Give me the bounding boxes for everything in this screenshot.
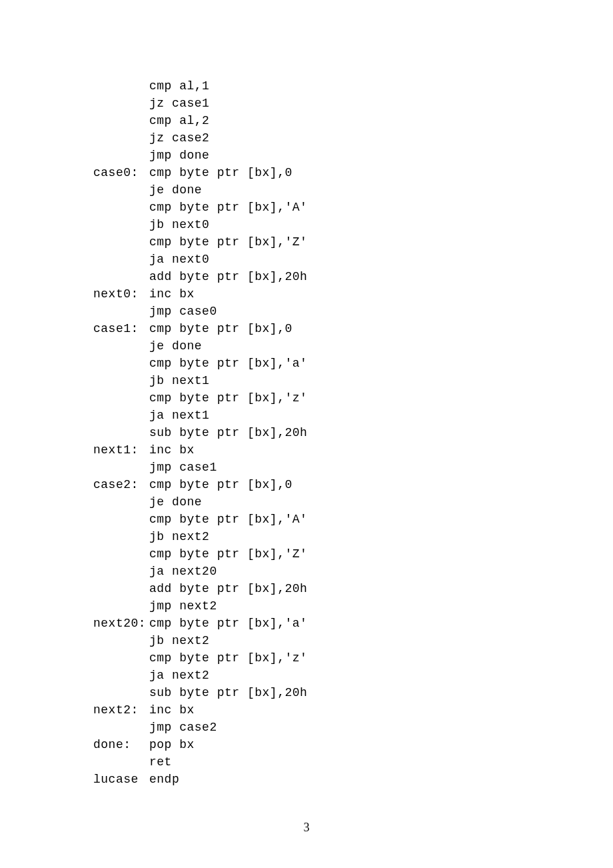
code-instruction: inc bx [149, 703, 195, 717]
code-instruction: cmp byte ptr [bx],0 [149, 166, 293, 179]
code-line: je done [93, 181, 573, 199]
code-instruction: cmp byte ptr [bx],0 [149, 322, 293, 335]
code-instruction: cmp byte ptr [bx],'Z' [149, 547, 307, 561]
code-line: jmp case2 [93, 719, 573, 736]
code-line: jb next0 [93, 216, 573, 233]
code-instruction: ja next0 [149, 253, 209, 266]
code-line: cmp byte ptr [bx],'Z' [93, 233, 573, 251]
code-line: sub byte ptr [bx],20h [93, 424, 573, 441]
code-instruction: jz case1 [149, 97, 209, 110]
code-instruction: ja next2 [149, 669, 209, 682]
code-line: case0:cmp byte ptr [bx],0 [93, 164, 573, 181]
code-line: jz case2 [93, 129, 573, 147]
code-label: case0: [93, 164, 149, 181]
code-instruction: cmp byte ptr [bx],'z' [149, 391, 307, 405]
code-line: case2:cmp byte ptr [bx],0 [93, 476, 573, 493]
code-label: done: [93, 736, 149, 753]
code-label: lucase [93, 771, 149, 788]
code-instruction: jmp case2 [149, 721, 217, 734]
code-instruction: jmp done [149, 149, 209, 162]
code-line: sub byte ptr [bx],20h [93, 684, 573, 701]
code-label: case1: [93, 320, 149, 337]
code-line: jmp next2 [93, 597, 573, 615]
code-instruction: je done [149, 495, 202, 509]
code-line: lucaseendp [93, 771, 573, 788]
code-instruction: sub byte ptr [bx],20h [149, 426, 307, 439]
code-label: next0: [93, 285, 149, 303]
code-instruction: cmp byte ptr [bx],'a' [149, 617, 307, 630]
code-instruction: cmp byte ptr [bx],'a' [149, 357, 307, 370]
code-instruction: inc bx [149, 443, 195, 457]
code-line: jmp case0 [93, 303, 573, 320]
code-line: add byte ptr [bx],20h [93, 580, 573, 597]
code-line: cmp byte ptr [bx],'z' [93, 649, 573, 667]
code-instruction: add byte ptr [bx],20h [149, 582, 307, 595]
code-listing: cmp al,1jz case1cmp al,2jz case2jmp done… [0, 0, 613, 788]
code-line: cmp byte ptr [bx],'z' [93, 389, 573, 407]
code-instruction: cmp byte ptr [bx],'z' [149, 651, 307, 665]
code-line: cmp al,2 [93, 112, 573, 129]
code-instruction: jmp next2 [149, 599, 217, 613]
code-instruction: jmp case0 [149, 305, 217, 318]
code-line: next20:cmp byte ptr [bx],'a' [93, 615, 573, 632]
code-instruction: jz case2 [149, 131, 209, 145]
code-label: next20: [93, 615, 149, 632]
code-instruction: cmp byte ptr [bx],'Z' [149, 235, 307, 249]
code-line: case1:cmp byte ptr [bx],0 [93, 320, 573, 337]
code-label: case2: [93, 476, 149, 493]
code-label: next1: [93, 441, 149, 459]
code-instruction: cmp al,2 [149, 114, 209, 127]
code-line: jmp done [93, 147, 573, 164]
code-instruction: cmp byte ptr [bx],0 [149, 478, 293, 491]
code-line: cmp byte ptr [bx],'Z' [93, 545, 573, 563]
code-line: ret [93, 753, 573, 771]
code-line: next0:inc bx [93, 285, 573, 303]
code-instruction: cmp al,1 [149, 79, 209, 93]
code-line: cmp byte ptr [bx],'A' [93, 199, 573, 216]
code-instruction: je done [149, 183, 202, 197]
code-instruction: endp [149, 773, 179, 786]
code-line: ja next2 [93, 667, 573, 684]
code-line: je done [93, 493, 573, 511]
code-instruction: ret [149, 755, 172, 769]
code-line: done:pop bx [93, 736, 573, 753]
code-instruction: inc bx [149, 287, 195, 301]
code-line: je done [93, 337, 573, 355]
code-line: jz case1 [93, 95, 573, 112]
code-line: next1:inc bx [93, 441, 573, 459]
code-line: next2:inc bx [93, 701, 573, 719]
code-line: cmp byte ptr [bx],'a' [93, 355, 573, 372]
code-instruction: ja next1 [149, 409, 209, 422]
code-line: cmp al,1 [93, 77, 573, 95]
code-line: jmp case1 [93, 459, 573, 476]
code-line: ja next1 [93, 407, 573, 424]
code-label: next2: [93, 701, 149, 719]
code-instruction: jb next0 [149, 218, 209, 231]
code-line: cmp byte ptr [bx],'A' [93, 511, 573, 528]
code-instruction: add byte ptr [bx],20h [149, 270, 307, 283]
code-line: jb next2 [93, 632, 573, 649]
code-line: ja next20 [93, 563, 573, 580]
code-instruction: cmp byte ptr [bx],'A' [149, 201, 307, 214]
code-line: ja next0 [93, 251, 573, 268]
code-instruction: jb next2 [149, 634, 209, 647]
code-instruction: sub byte ptr [bx],20h [149, 686, 307, 699]
code-instruction: ja next20 [149, 565, 217, 578]
code-instruction: jmp case1 [149, 461, 217, 474]
code-instruction: jb next1 [149, 374, 209, 387]
code-instruction: cmp byte ptr [bx],'A' [149, 513, 307, 526]
code-line: jb next2 [93, 528, 573, 545]
code-instruction: pop bx [149, 738, 195, 751]
code-instruction: je done [149, 339, 202, 353]
page-number: 3 [0, 819, 613, 836]
code-line: jb next1 [93, 372, 573, 389]
code-instruction: jb next2 [149, 530, 209, 543]
code-line: add byte ptr [bx],20h [93, 268, 573, 285]
